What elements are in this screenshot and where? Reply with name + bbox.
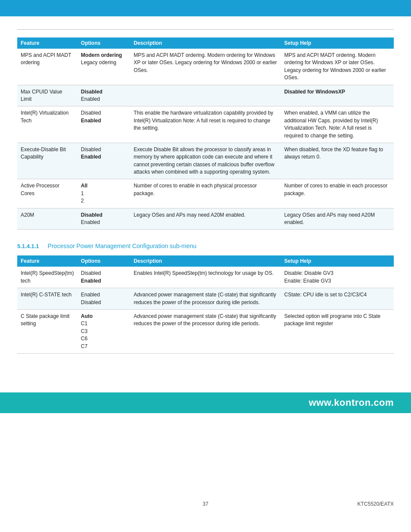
cell-setuphelp: CState: CPU idle is set to C2/C3/C4	[281, 288, 394, 310]
page-number: 37	[202, 501, 208, 507]
table-row: A20MDisabledEnabledLegacy OSes and APs m…	[17, 208, 394, 230]
cell-feature: Active Processor Cores	[17, 179, 78, 208]
section2-title: Processor Power Management Configuration…	[48, 243, 197, 249]
col-header-feature: Feature	[17, 37, 78, 49]
cell-description	[130, 85, 281, 106]
cell-feature: C State package limit setting	[17, 309, 78, 353]
section2-header: 5.1.4.1.1 Processor Power Management Con…	[17, 243, 394, 249]
cell-setuphelp: Disable: Disable GV3Enable: Enable GV3	[281, 267, 394, 288]
cell-feature: Intel(R) SpeedStep(tm) tech	[17, 267, 78, 288]
col-header-options: Options	[78, 37, 130, 49]
cell-feature: Intel(R) C-STATE tech	[17, 288, 78, 310]
cell-options: All12	[78, 179, 130, 208]
cell-description: Number of cores to enable in each physic…	[130, 179, 281, 208]
cell-setuphelp: Disabled for WindowsXP	[281, 85, 394, 106]
cell-feature: Intel(R) Virtualization Tech	[17, 106, 78, 143]
footer-bar: www.kontron.com	[0, 392, 411, 413]
section2-number: 5.1.4.1.1	[17, 243, 39, 249]
cell-options: EnabledDisabled	[78, 288, 130, 310]
cell-setuphelp: Selected option will programe into C Sta…	[281, 309, 394, 353]
table-row: C State package limit settingAutoC1C3C6C…	[17, 309, 394, 353]
cell-options: DisabledEnabled	[78, 267, 130, 288]
cell-feature: Execute-Disable Bit Capability	[17, 143, 78, 179]
cell-description: Advanced power management state (C-state…	[130, 309, 281, 353]
cell-description: This enable the hardware virtualization …	[130, 106, 281, 143]
col-header-description: Description	[130, 37, 281, 49]
cell-options: Modern orderingLegacy odering	[78, 49, 130, 85]
cell-description: Execute Disable Bit allows the processor…	[130, 143, 281, 179]
cell-feature: Max CPUID Value Limit	[17, 85, 78, 106]
cell-options: AutoC1C3C6C7	[78, 309, 130, 353]
website-text: www.kontron.com	[309, 397, 394, 408]
cell-setuphelp: When enabled, a VMM can utilize the addi…	[281, 106, 394, 143]
cell-feature: MPS and ACPI MADT ordering	[17, 49, 78, 85]
cell-description: MPS and ACPI MADT ordering. Modern order…	[130, 49, 281, 85]
header-bar	[0, 0, 411, 16]
col-header-setuphelp: Setup Help	[281, 37, 394, 49]
table-row: Active Processor CoresAll12Number of cor…	[17, 179, 394, 208]
cell-options: DisabledEnabled	[78, 85, 130, 106]
table-row: Execute-Disable Bit CapabilityDisabledEn…	[17, 143, 394, 179]
cell-options: DisabledEnabled	[78, 143, 130, 179]
cell-options: DisabledEnabled	[78, 106, 130, 143]
col-header-feature2: Feature	[17, 255, 78, 267]
cell-description: Advanced power management state (C-state…	[130, 288, 281, 310]
table-row: Intel(R) C-STATE techEnabledDisabledAdva…	[17, 288, 394, 310]
cell-setuphelp: MPS and ACPI MADT ordering. Modern order…	[281, 49, 394, 85]
col-header-options2: Options	[78, 255, 130, 267]
col-header-description2: Description	[130, 255, 281, 267]
table-row: Intel(R) SpeedStep(tm) techDisabledEnabl…	[17, 267, 394, 288]
top-rule	[17, 29, 394, 30]
cell-setuphelp: Legacy OSes and APs may need A20M enable…	[281, 208, 394, 230]
cell-setuphelp: When disabled, force the XD feature flag…	[281, 143, 394, 179]
col-header-setuphelp2: Setup Help	[281, 255, 394, 267]
cell-options: DisabledEnabled	[78, 208, 130, 230]
cell-description: Legacy OSes and APs may need A20M enable…	[130, 208, 281, 230]
doc-ref: KTC5520/EATX	[358, 501, 394, 507]
cell-feature: A20M	[17, 208, 78, 230]
cell-setuphelp: Number of cores to enable in each proces…	[281, 179, 394, 208]
power-table: Feature Options Description Setup Help I…	[17, 255, 394, 354]
cell-description: Enables Intel(R) SpeedStep(tm) technolog…	[130, 267, 281, 288]
table-row: Max CPUID Value LimitDisabledEnabledDisa…	[17, 85, 394, 106]
main-table: Feature Options Description Setup Help M…	[17, 37, 394, 230]
table-row: MPS and ACPI MADT orderingModern orderin…	[17, 49, 394, 85]
table-row: Intel(R) Virtualization TechDisabledEnab…	[17, 106, 394, 143]
